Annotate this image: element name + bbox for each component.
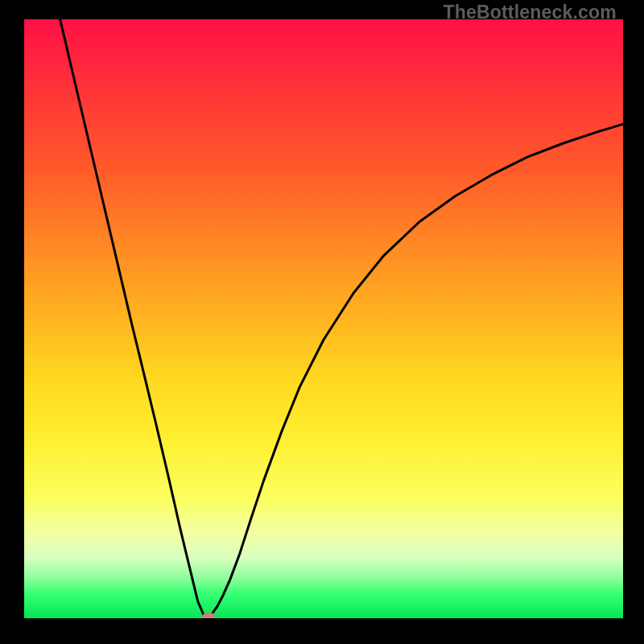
chart-frame: TheBottleneck.com (0, 0, 644, 644)
curve-svg (24, 19, 623, 618)
minimum-marker (202, 613, 215, 618)
plot-area (24, 19, 623, 618)
watermark-text: TheBottleneck.com (443, 2, 617, 23)
bottleneck-curve (60, 19, 623, 617)
